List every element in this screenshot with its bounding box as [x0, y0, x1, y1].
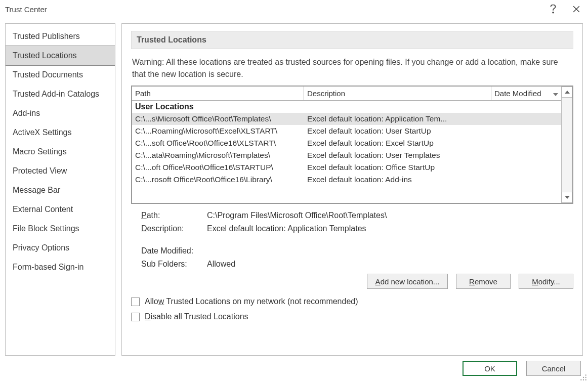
action-buttons: Add new location... Remove Modify...: [131, 271, 573, 294]
svg-marker-3: [553, 93, 558, 96]
modify-button[interactable]: Modify...: [519, 274, 573, 289]
svg-marker-4: [565, 91, 570, 94]
sort-indicator-icon: [553, 89, 558, 98]
detail-value-sub-folders: Allowed: [207, 260, 235, 269]
cell-date: [491, 138, 561, 148]
sidebar-item-macro-settings[interactable]: Macro Settings: [6, 142, 115, 161]
detail-label-sub-folders: Sub Folders:: [141, 260, 207, 269]
section-header: Trusted Locations: [131, 31, 573, 49]
cell-description: Excel default location: User Templates: [304, 150, 491, 160]
cell-path: C:\...ata\Roaming\Microsoft\Templates\: [132, 150, 304, 160]
column-header-path[interactable]: Path: [132, 87, 304, 101]
cell-date: [491, 162, 561, 173]
sidebar-item-form-based-sign-in[interactable]: Form-based Sign-in: [6, 258, 115, 277]
sidebar-item-message-bar[interactable]: Message Bar: [6, 181, 115, 200]
table-row[interactable]: C:\...soft Office\Root\Office16\XLSTART\…: [132, 137, 561, 149]
svg-point-9: [580, 379, 581, 380]
table-row[interactable]: C:\...oft Office\Root\Office16\STARTUP\ …: [132, 161, 561, 174]
sidebar-item-protected-view[interactable]: Protected View: [6, 161, 115, 181]
sidebar-item-trusted-locations[interactable]: Trusted Locations: [5, 46, 115, 66]
chevron-up-icon: [565, 91, 570, 94]
detail-label-date-modified: Date Modified:: [141, 246, 207, 256]
remove-button[interactable]: Remove: [456, 274, 511, 289]
column-header-description[interactable]: Description: [304, 87, 491, 101]
titlebar: Trust Center: [0, 0, 588, 18]
disable-trusted-locations-row: Disable all Trusted Locations: [131, 309, 573, 324]
locations-table: Path Description Date Modified User Loca…: [131, 86, 573, 204]
scrollbar-track[interactable]: [562, 98, 572, 192]
selection-details: Path: C:\Program Files\Microsoft Office\…: [131, 204, 573, 271]
sidebar-item-activex-settings[interactable]: ActiveX Settings: [6, 123, 115, 142]
cell-path: C:\...soft Office\Root\Office16\XLSTART\: [132, 138, 304, 148]
cell-path: C:\...s\Microsoft Office\Root\Templates\: [132, 114, 304, 124]
sidebar-item-trusted-documents[interactable]: Trusted Documents: [6, 65, 115, 84]
close-button[interactable]: [565, 0, 588, 18]
cell-description: Excel default location: Excel StartUp: [304, 138, 491, 148]
cell-description: Excel default location: Office StartUp: [304, 162, 491, 173]
cell-date: [491, 126, 561, 136]
detail-value-description: Excel default location: Application Temp…: [207, 224, 366, 233]
cancel-button[interactable]: Cancel: [526, 361, 581, 376]
cell-description: Excel default location: User StartUp: [304, 126, 491, 136]
table-row[interactable]: C:\...s\Microsoft Office\Root\Templates\…: [132, 113, 561, 125]
main-panel: Trusted Locations Warning: All these loc…: [121, 23, 583, 356]
disable-trusted-locations-label: Disable all Trusted Locations: [145, 312, 248, 321]
disable-trusted-locations-checkbox[interactable]: [131, 313, 140, 321]
table-body-wrap: Path Description Date Modified User Loca…: [132, 87, 561, 203]
detail-label-path: Path:: [141, 211, 207, 220]
svg-point-8: [585, 377, 586, 378]
sidebar-item-trusted-addin-catalogs[interactable]: Trusted Add-in Catalogs: [6, 84, 115, 104]
scroll-up-button[interactable]: [562, 87, 572, 98]
chevron-down-icon: [565, 196, 570, 199]
table-row[interactable]: C:\...rosoft Office\Root\Office16\Librar…: [132, 174, 561, 186]
svg-point-0: [553, 12, 554, 13]
svg-point-10: [583, 379, 584, 380]
cell-path: C:\...oft Office\Root\Office16\STARTUP\: [132, 162, 304, 173]
resize-grip-icon[interactable]: [580, 374, 587, 381]
sidebar-item-trusted-publishers[interactable]: Trusted Publishers: [6, 27, 115, 46]
allow-network-locations-row: Allow Trusted Locations on my network (n…: [131, 294, 573, 309]
group-header-user-locations: User Locations: [132, 101, 561, 113]
table-header: Path Description Date Modified: [132, 87, 561, 101]
cell-path: C:\...rosoft Office\Root\Office16\Librar…: [132, 175, 304, 185]
help-button[interactable]: [541, 0, 565, 18]
sidebar-item-add-ins[interactable]: Add-ins: [6, 104, 115, 123]
column-header-date-modified[interactable]: Date Modified: [491, 87, 561, 101]
cell-date: [491, 150, 561, 160]
detail-label-description: Description:: [141, 224, 207, 233]
cell-date: [491, 175, 561, 185]
trust-center-dialog: Trust Center Trusted Publishers Trusted …: [0, 0, 588, 382]
sidebar-item-privacy-options[interactable]: Privacy Options: [6, 238, 115, 258]
allow-network-locations-label: Allow Trusted Locations on my network (n…: [145, 297, 358, 306]
table-row[interactable]: C:\...ata\Roaming\Microsoft\Templates\ E…: [132, 149, 561, 161]
table-row[interactable]: C:\...Roaming\Microsoft\Excel\XLSTART\ E…: [132, 125, 561, 137]
allow-network-locations-checkbox[interactable]: [131, 298, 140, 306]
add-new-location-button[interactable]: Add new location...: [367, 274, 448, 289]
svg-point-11: [585, 379, 586, 380]
detail-value-path: C:\Program Files\Microsoft Office\Root\T…: [207, 211, 387, 220]
dialog-footer: OK Cancel: [0, 356, 588, 382]
dialog-content: Trusted Publishers Trusted Locations Tru…: [0, 18, 588, 356]
svg-point-7: [583, 377, 584, 378]
cell-description: Excel default location: Application Tem.…: [304, 114, 491, 124]
cell-date: [491, 114, 561, 124]
ok-button[interactable]: OK: [463, 361, 517, 376]
window-title: Trust Center: [5, 5, 541, 14]
svg-marker-5: [565, 196, 570, 199]
svg-point-6: [585, 374, 586, 375]
sidebar: Trusted Publishers Trusted Locations Tru…: [5, 23, 115, 356]
vertical-scrollbar[interactable]: [561, 87, 572, 203]
sidebar-item-file-block-settings[interactable]: File Block Settings: [6, 219, 115, 238]
warning-text: Warning: All these locations are treated…: [131, 56, 573, 80]
scroll-down-button[interactable]: [562, 192, 572, 203]
cell-path: C:\...Roaming\Microsoft\Excel\XLSTART\: [132, 126, 304, 136]
sidebar-item-external-content[interactable]: External Content: [6, 200, 115, 219]
cell-description: Excel default location: Add-ins: [304, 175, 491, 185]
